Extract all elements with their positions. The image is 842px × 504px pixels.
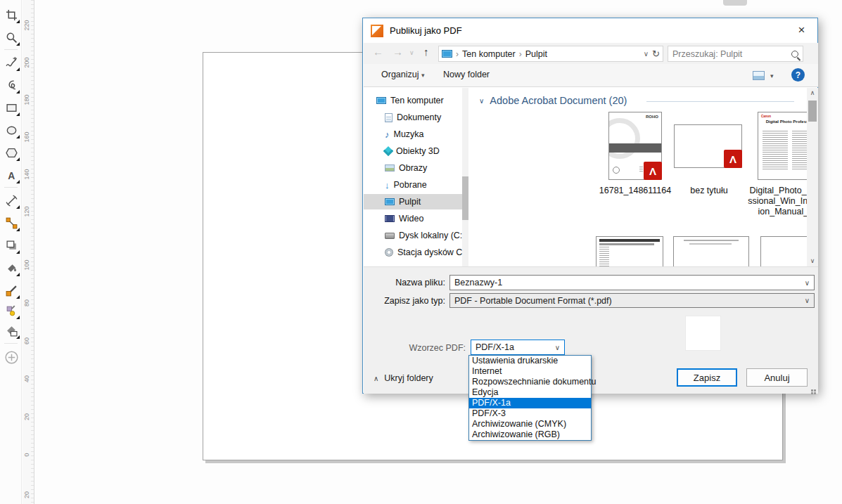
recent-locations-icon[interactable]: ∨: [409, 49, 414, 56]
pdf-badge-icon: Λ: [724, 150, 742, 168]
chevron-down-icon[interactable]: ∨: [805, 279, 810, 287]
help-icon[interactable]: ?: [791, 68, 805, 82]
crop-tool-icon[interactable]: [2, 6, 20, 24]
folder-sidebar: Ten komputer Dokumenty ♪Muzyka Obiekty 3…: [364, 88, 462, 266]
zoom-tool-icon[interactable]: [2, 28, 20, 46]
preset-option-selected[interactable]: PDF/X-1a: [469, 398, 591, 408]
view-mode-icon[interactable]: [753, 71, 765, 80]
file-name-label[interactable]: 16781_148611164: [594, 186, 676, 196]
sidebar-item-obrazy[interactable]: Obrazy: [364, 160, 462, 176]
sidebar-item-dysk-lokalny[interactable]: Dysk lokalny (C:): [364, 228, 462, 243]
sidebar-item-muzyka[interactable]: ♪Muzyka: [364, 127, 462, 142]
vertical-ruler: 220 200 180 160 140 120 100 80 60 40 20 …: [23, 0, 34, 504]
sidebar-item-pobrane[interactable]: ↓Pobrane: [364, 177, 462, 193]
preset-option[interactable]: Archiwizowanie (RGB): [469, 429, 591, 440]
file-list: ∨ Adobe Acrobat Document (20) ROHO Λ Λ C…: [469, 88, 807, 266]
dialog-toolbar: Organizuj ▾ Nowy folder ▾ ?: [364, 64, 818, 87]
back-icon[interactable]: ←: [373, 46, 383, 58]
chevron-down-icon[interactable]: ∨: [805, 297, 810, 304]
view-mode-caret-icon[interactable]: ▾: [770, 72, 774, 79]
computer-icon: [376, 97, 386, 104]
file-name-input[interactable]: Beznazwy-1 ∨: [449, 275, 815, 290]
file-thumbnail-7[interactable]: [760, 236, 807, 266]
refresh-icon[interactable]: ↻: [652, 49, 660, 59]
breadcrumb-root[interactable]: Ten komputer: [462, 49, 516, 59]
preset-option[interactable]: Archiwizowanie (CMYK): [469, 419, 591, 429]
close-icon[interactable]: ×: [786, 18, 817, 42]
search-icon[interactable]: [791, 51, 798, 58]
add-tools-button[interactable]: [2, 348, 20, 366]
corel-pdf-icon: [371, 25, 383, 37]
breadcrumb-separator: ›: [456, 49, 459, 59]
thumb-brand-text: Canon: [761, 115, 771, 118]
app-window: A 220 200 180 160 140 120 100 80 60 40 2…: [0, 0, 842, 504]
rectangle-tool-icon[interactable]: [2, 98, 20, 117]
up-icon[interactable]: ↑: [423, 46, 429, 58]
filelist-scrollbar[interactable]: ∧ ∨: [807, 88, 818, 266]
preset-option[interactable]: PDF/X-3: [469, 408, 591, 419]
interactive-fill-tool-icon[interactable]: [2, 302, 20, 320]
file-thumbnail-5[interactable]: [596, 236, 663, 266]
filelist-scrollbar-thumb[interactable]: [808, 101, 817, 122]
file-name-label[interactable]: Digital_Photo_Professional_Win_Instructi…: [748, 186, 807, 217]
artistic-media-tool-icon[interactable]: [2, 76, 20, 94]
svg-text:A: A: [8, 169, 15, 181]
sidebar-item-pulpit[interactable]: Pulpit: [364, 194, 462, 209]
dialog-titlebar: Publikuj jako PDF ×: [363, 18, 817, 43]
pictures-icon: [385, 164, 395, 172]
sidebar-item-obiekty-3d[interactable]: Obiekty 3D: [364, 143, 462, 159]
sidebar-item-stacja-dyskow[interactable]: Stacja dysków C: [364, 245, 462, 260]
chevron-down-icon[interactable]: ∨: [555, 344, 560, 351]
text-tool-icon[interactable]: A: [2, 166, 20, 184]
polygon-tool-icon[interactable]: [2, 143, 20, 162]
sidebar-item-dokumenty[interactable]: Dokumenty: [364, 110, 462, 125]
publish-pdf-dialog: Publikuj jako PDF × ← → ∨ ↑ › Ten komput…: [362, 18, 818, 394]
ruler-label: 20: [23, 408, 30, 426]
group-header-rule: [646, 101, 794, 102]
preset-option[interactable]: Rozpowszechnianie dokumentu: [469, 377, 591, 387]
preset-option[interactable]: Edycja: [469, 387, 591, 398]
dialog-title: Publikuj jako PDF: [390, 25, 462, 36]
new-folder-button[interactable]: Nowy folder: [443, 70, 490, 79]
ruler-label: 160: [23, 128, 30, 146]
sidebar-scrollbar-thumb[interactable]: [462, 176, 468, 220]
file-thumbnail-3[interactable]: Canon Digital Photo Professional: [758, 112, 807, 180]
save-button[interactable]: Zapisz: [677, 368, 737, 387]
breadcrumb-current[interactable]: Pulpit: [525, 49, 547, 59]
dimension-tool-icon[interactable]: [2, 191, 20, 209]
smart-fill-tool-icon[interactable]: [2, 321, 20, 340]
save-type-select[interactable]: PDF - Portable Document Format (*.pdf) ∨: [449, 293, 815, 308]
group-header[interactable]: ∨ Adobe Acrobat Document (20): [479, 95, 627, 106]
file-thumbnail-6[interactable]: [673, 236, 749, 266]
navigation-bar: ← → ∨ ↑ › Ten komputer › Pulpit ∨ ↻ Prze…: [364, 43, 818, 64]
ruler-label: 80: [23, 294, 30, 312]
hide-folders-button[interactable]: ∧ Ukryj foldery: [374, 373, 433, 383]
ellipse-tool-icon[interactable]: [2, 121, 20, 139]
sidebar-item-wideo[interactable]: Wideo: [364, 211, 462, 226]
sidebar-item-ten-komputer[interactable]: Ten komputer: [364, 93, 462, 108]
collapse-group-icon[interactable]: ∨: [479, 97, 484, 105]
scroll-down-icon[interactable]: ∨: [807, 256, 818, 266]
videos-icon: [385, 215, 395, 222]
connector-tool-icon[interactable]: [2, 214, 20, 232]
forward-icon[interactable]: →: [393, 46, 403, 58]
file-name-label[interactable]: bez tytułu: [668, 186, 750, 196]
fill-tool-icon[interactable]: [2, 259, 20, 277]
eyedropper-tool-icon[interactable]: [2, 281, 20, 299]
file-name-field-label: Nazwa pliku:: [378, 278, 445, 287]
organize-button[interactable]: Organizuj ▾: [381, 70, 425, 79]
preset-option[interactable]: Ustawienia drukarskie: [469, 356, 591, 366]
pdf-preset-select[interactable]: PDF/X-1a ∨: [471, 340, 565, 355]
chevron-up-icon: ∧: [374, 375, 378, 382]
preset-option[interactable]: Internet: [469, 366, 591, 377]
resize-grip[interactable]: [814, 389, 816, 392]
sidebar-scrollbar[interactable]: [462, 88, 468, 266]
search-placeholder: Przeszukaj: Pulpit: [672, 49, 791, 59]
address-bar[interactable]: › Ten komputer › Pulpit ∨ ↻: [438, 46, 663, 62]
search-input[interactable]: Przeszukaj: Pulpit: [668, 46, 803, 62]
freehand-tool-icon[interactable]: [2, 53, 20, 72]
cancel-button[interactable]: Anuluj: [746, 368, 808, 387]
scroll-up-icon[interactable]: ∧: [807, 88, 818, 98]
drop-shadow-tool-icon[interactable]: [2, 236, 20, 254]
address-dropdown-icon[interactable]: ∨: [644, 50, 649, 58]
